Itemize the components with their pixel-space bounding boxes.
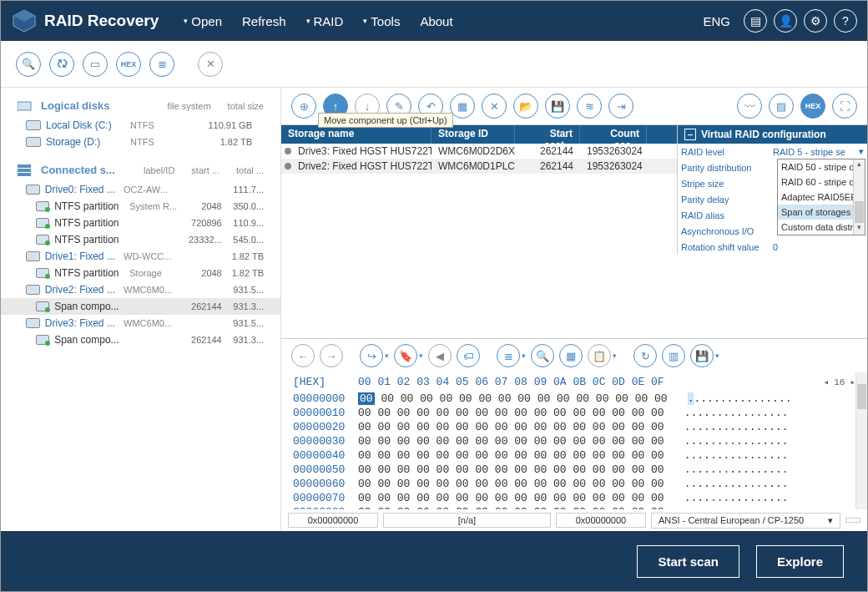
hex-search-icon[interactable]: 🔍: [531, 344, 554, 367]
main-menu: ▾Open Refresh ▾RAID ▾Tools About: [184, 14, 452, 28]
grid-icon[interactable]: ▦: [450, 94, 475, 119]
hex-line[interactable]: 00000010 00 00 00 00 00 00 00 00 00 00 0…: [293, 406, 855, 420]
view-icon[interactable]: ▤: [744, 9, 767, 33]
goto-drop[interactable]: ▾: [385, 352, 389, 360]
drive-row[interactable]: Drive2: Fixed ... WMC6M0... 931.5...: [1, 281, 280, 298]
top-right-icons: ▤ 👤 ⚙ ?: [744, 9, 857, 33]
partition-icon: [36, 301, 49, 311]
partition-icon: [36, 201, 49, 211]
status-dot-icon: [285, 148, 291, 154]
disk-icon: [26, 137, 41, 147]
hex-grid[interactable]: [HEX] 00 01 02 03 04 05 06 07 08 09 0A 0…: [281, 372, 867, 509]
partition-row[interactable]: NTFS partition System R... 2048 350.0...: [1, 198, 280, 215]
hexsave-drop[interactable]: ▾: [715, 352, 719, 360]
storage-row[interactable]: Drive2: Fixed HGST HUS722T1... WMC6M0D1P…: [281, 159, 677, 174]
bookmark-icon[interactable]: 🔖: [394, 344, 417, 367]
expand-icon[interactable]: ⛶: [832, 94, 857, 119]
hex-list-icon[interactable]: ≣: [497, 344, 520, 367]
dropdown-option[interactable]: RAID 60 - stripe o: [778, 175, 865, 190]
help-icon[interactable]: ?: [834, 9, 857, 33]
refresh-icon[interactable]: 🗘: [49, 52, 74, 77]
layers-icon[interactable]: ≋: [577, 94, 602, 119]
tag-icon[interactable]: 🏷: [457, 344, 480, 367]
partition-icon: [36, 235, 49, 245]
sidebar: Logical disks file systemtotal size Loca…: [1, 88, 281, 531]
activity-icon[interactable]: 〰: [737, 94, 762, 119]
collapse-icon[interactable]: –: [684, 129, 696, 140]
user-icon[interactable]: 👤: [774, 9, 797, 33]
hex-line[interactable]: 00000000 00 00 00 00 00 00 00 00 00 00 0…: [293, 392, 855, 406]
logical-disk-row[interactable]: Storage (D:) NTFS 1.82 TB: [1, 134, 280, 150]
goto-icon[interactable]: ↪: [360, 344, 383, 367]
search-icon[interactable]: 🔍: [16, 52, 41, 77]
partition-row[interactable]: Span compo... 262144 931.3...: [1, 331, 280, 348]
hex-view-icon[interactable]: HEX: [800, 94, 825, 119]
hex-line[interactable]: 00000080 00 00 00 00 00 00 00 00 00 00 0…: [293, 505, 855, 509]
close-icon[interactable]: ✕: [198, 52, 223, 77]
raid-level-row[interactable]: RAID levelRAID 5 - stripe se ▾: [678, 144, 867, 159]
hex-line[interactable]: 00000030 00 00 00 00 00 00 00 00 00 00 0…: [293, 434, 855, 448]
list-icon[interactable]: ≣: [149, 52, 174, 77]
hex-grid-icon[interactable]: ▦: [559, 344, 583, 367]
drive-icon: [26, 251, 40, 261]
export-icon[interactable]: ⇥: [608, 94, 633, 119]
hex-line[interactable]: 00000070 00 00 00 00 00 00 00 00 00 00 0…: [293, 491, 855, 505]
bookmark-drop[interactable]: ▾: [419, 352, 423, 360]
explore-button[interactable]: Explore: [756, 545, 844, 578]
hex-icon[interactable]: HEX: [116, 52, 141, 77]
menu-raid[interactable]: ▾RAID: [306, 14, 344, 28]
copy-icon[interactable]: 📋: [588, 344, 611, 367]
open-folder-icon[interactable]: 📂: [513, 94, 538, 119]
add-component-icon[interactable]: ⊕: [291, 94, 316, 119]
hex-pager[interactable]: ◂ 16 ▸: [824, 376, 855, 388]
tag-back-icon[interactable]: ◀: [428, 344, 452, 367]
status-encoding[interactable]: ANSI - Central European / CP-1250▾: [651, 513, 840, 529]
hex-line[interactable]: 00000050 00 00 00 00 00 00 00 00 00 00 0…: [293, 463, 855, 477]
dropdown-scrollbar[interactable]: ▴▾: [853, 159, 865, 235]
drive-row[interactable]: Drive1: Fixed ... WD-WCC... 1.82 TB: [1, 248, 280, 265]
partition-row[interactable]: NTFS partition 720896 110.9...: [1, 215, 280, 231]
menu-open[interactable]: ▾Open: [184, 14, 222, 28]
status-extra[interactable]: [845, 518, 860, 523]
partition-row[interactable]: Span compo... 262144 931.3...: [1, 298, 280, 315]
menu-refresh[interactable]: Refresh: [242, 14, 286, 28]
drive-row[interactable]: Drive0: Fixed ... OCZ-AW... 111.7...: [1, 181, 280, 198]
main-toolbar: 🔍 🗘 ▭ HEX ≣ ✕: [1, 41, 867, 88]
partition-row[interactable]: NTFS partition Storage 2048 1.82 TB: [1, 265, 280, 281]
nav-fwd-icon[interactable]: →: [320, 344, 343, 367]
disk-group-icon: [18, 100, 33, 112]
drive-row[interactable]: Drive3: Fixed ... WMC6M0... 931.5...: [1, 315, 280, 331]
hex-save-icon[interactable]: 💾: [690, 344, 714, 367]
grid-header: Storage name Storage ID Start sect... Co…: [281, 125, 677, 144]
svg-rect-2: [18, 102, 31, 110]
raid-config-panel: – Virtual RAID configuration RAID levelR…: [677, 125, 867, 255]
hexlist-drop[interactable]: ▾: [522, 352, 526, 360]
hex-line[interactable]: 00000040 00 00 00 00 00 00 00 00 00 00 0…: [293, 448, 855, 463]
partition-row[interactable]: NTFS partition 23332... 545.0...: [1, 231, 280, 248]
hex-scrollbar[interactable]: [855, 372, 867, 509]
hex-line[interactable]: 00000020 00 00 00 00 00 00 00 00 00 00 0…: [293, 420, 855, 434]
dropdown-option[interactable]: RAID 50 - stripe o: [778, 159, 865, 175]
dropdown-option[interactable]: Adaptec RAID5EE: [778, 190, 865, 205]
dropdown-option[interactable]: Custom data distr: [778, 220, 865, 235]
language-switcher[interactable]: ENG: [703, 14, 730, 28]
storage-row[interactable]: Drive3: Fixed HGST HUS722T1... WMC6M0D2D…: [281, 144, 677, 159]
remove-icon[interactable]: ✕: [482, 94, 507, 119]
save-icon[interactable]: 💾: [545, 94, 570, 119]
hex-line[interactable]: 00000060 00 00 00 00 00 00 00 00 00 00 0…: [293, 477, 855, 491]
menu-about[interactable]: About: [420, 14, 452, 28]
menu-tools[interactable]: ▾Tools: [363, 14, 400, 28]
reload-icon[interactable]: ↻: [633, 344, 657, 367]
disk-icon[interactable]: ▭: [83, 52, 108, 77]
start-scan-button[interactable]: Start scan: [637, 545, 739, 578]
logical-disk-row[interactable]: Local Disk (C:) NTFS 110.91 GB: [1, 117, 280, 134]
nav-back-icon[interactable]: ←: [291, 344, 315, 367]
chart-icon[interactable]: ▨: [769, 94, 794, 119]
hex-statusbar: 0x00000000 [n/a] 0x00000000 ANSI - Centr…: [281, 509, 867, 531]
dropdown-option[interactable]: Span of storages: [778, 205, 865, 220]
rotation-row[interactable]: Rotation shift value0: [678, 239, 867, 255]
raid-level-dropdown[interactable]: RAID 50 - stripe oRAID 60 - stripe oAdap…: [777, 159, 865, 235]
columns-icon[interactable]: ▥: [662, 344, 685, 367]
gear-icon[interactable]: ⚙: [804, 9, 827, 33]
copy-drop[interactable]: ▾: [613, 352, 617, 360]
